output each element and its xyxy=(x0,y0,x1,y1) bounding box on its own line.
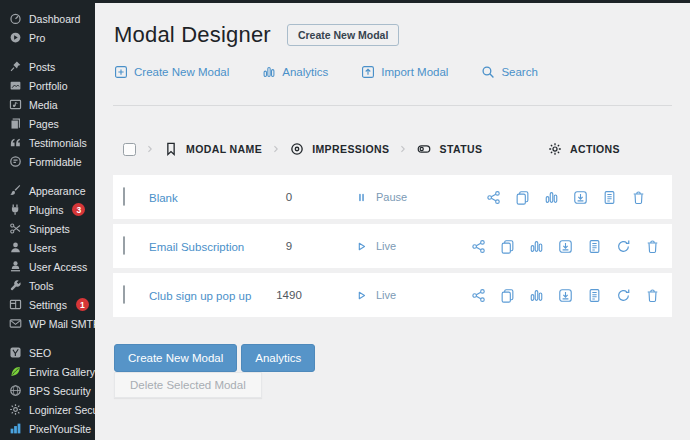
share-icon[interactable] xyxy=(471,288,486,303)
impressions-value: 1490 xyxy=(249,289,329,301)
column-header-status[interactable]: STATUS xyxy=(439,143,482,155)
analytics-footer-button[interactable]: Analytics xyxy=(241,344,315,372)
settings-icon xyxy=(9,298,22,311)
sidebar-item-users[interactable]: Users xyxy=(0,238,95,257)
toolbar: Create New ModalAnalyticsImport ModalSea… xyxy=(113,65,672,79)
refresh-icon[interactable] xyxy=(616,239,631,254)
sidebar-item-wp-mail-smtp[interactable]: WP Mail SMTP xyxy=(0,314,95,333)
share-icon[interactable] xyxy=(486,190,501,205)
sidebar-item-label: Settings xyxy=(29,299,67,311)
duplicate-icon[interactable] xyxy=(515,190,530,205)
update-count-badge: 3 xyxy=(72,203,85,216)
sidebar-item-portfolio[interactable]: Portfolio xyxy=(0,76,95,95)
status-toggle[interactable]: Pause xyxy=(329,191,459,204)
analytics-icon[interactable] xyxy=(529,288,544,303)
trash-icon[interactable] xyxy=(631,190,646,205)
toolbar-analytics-link[interactable]: Analytics xyxy=(262,65,328,79)
play-icon xyxy=(355,289,368,302)
row-checkbox[interactable] xyxy=(123,285,125,304)
toolbar-create-new-modal-link[interactable]: Create New Modal xyxy=(114,65,229,79)
sidebar-item-settings[interactable]: Settings1 xyxy=(0,295,95,314)
divider xyxy=(113,105,672,106)
sidebar-item-appearance[interactable]: Appearance xyxy=(0,181,95,200)
gear-icon xyxy=(548,142,562,156)
table-body: Blank0PauseEmail Subscription9LiveClub s… xyxy=(113,175,672,317)
create-new-modal-footer-button[interactable]: Create New Modal xyxy=(114,344,237,372)
chevron-right-icon xyxy=(398,144,408,154)
document-icon[interactable] xyxy=(587,288,602,303)
status-toggle[interactable]: Live xyxy=(329,289,459,302)
plug-icon xyxy=(9,203,22,216)
row-actions xyxy=(459,190,672,205)
modal-name-link[interactable]: Email Subscription xyxy=(149,241,244,253)
sidebar-item-formidable[interactable]: Formidable xyxy=(0,152,95,171)
document-icon[interactable] xyxy=(602,190,617,205)
sidebar-item-label: SEO xyxy=(29,347,51,359)
column-header-modal-name[interactable]: MODAL NAME xyxy=(186,143,262,155)
sidebar-item-label: Loginizer Security xyxy=(29,404,95,416)
status-toggle[interactable]: Live xyxy=(329,240,459,253)
row-checkbox[interactable] xyxy=(123,187,125,206)
seo-icon xyxy=(9,346,22,359)
duplicate-icon[interactable] xyxy=(500,239,515,254)
select-all-checkbox[interactable] xyxy=(123,143,136,156)
table-header-row: MODAL NAME IMPRESSIONS STATUS ACTIONS xyxy=(113,136,672,162)
column-header-impressions[interactable]: IMPRESSIONS xyxy=(312,143,389,155)
footer-actions: Create New Modal Analytics Delete Select… xyxy=(113,344,672,398)
media-icon xyxy=(9,98,22,111)
sidebar-item-label: Posts xyxy=(29,61,55,73)
wrench-icon xyxy=(9,279,22,292)
download-icon[interactable] xyxy=(558,239,573,254)
import-icon xyxy=(361,65,375,79)
download-icon[interactable] xyxy=(558,288,573,303)
sidebar-item-label: Testimonials xyxy=(29,137,87,149)
table-row: Club sign up pop up1490Live xyxy=(113,273,672,317)
sidebar-item-testimonials[interactable]: Testimonials xyxy=(0,133,95,152)
sidebar-item-snippets[interactable]: Snippets xyxy=(0,219,95,238)
sidebar-item-label: WP Mail SMTP xyxy=(29,318,95,330)
user-access-icon xyxy=(9,260,22,273)
sidebar-item-media[interactable]: Media xyxy=(0,95,95,114)
toolbar-search-link[interactable]: Search xyxy=(481,65,537,79)
pin-icon xyxy=(9,60,22,73)
status-label: Live xyxy=(376,289,396,301)
modal-name-link[interactable]: Blank xyxy=(149,192,178,204)
delete-selected-modal-button[interactable]: Delete Selected Modal xyxy=(114,372,262,398)
sidebar-item-plugins[interactable]: Plugins3 xyxy=(0,200,95,219)
refresh-icon[interactable] xyxy=(616,288,631,303)
analytics-icon[interactable] xyxy=(529,239,544,254)
sidebar-item-pro[interactable]: Pro xyxy=(0,28,95,47)
sidebar-item-loginizer-security[interactable]: Loginizer Security xyxy=(0,400,95,419)
toolbar-link-label: Search xyxy=(501,66,537,78)
trash-icon[interactable] xyxy=(645,239,660,254)
main-content: Modal Designer Create New Modal Create N… xyxy=(95,0,690,440)
sidebar-item-envira-gallery[interactable]: Envira Gallery xyxy=(0,362,95,381)
sidebar-item-user-access[interactable]: User Access xyxy=(0,257,95,276)
share-icon[interactable] xyxy=(471,239,486,254)
sidebar-item-posts[interactable]: Posts xyxy=(0,57,95,76)
status-label: Live xyxy=(376,240,396,252)
sidebar-item-pages[interactable]: Pages xyxy=(0,114,95,133)
modal-name-link[interactable]: Club sign up pop up xyxy=(149,290,251,302)
create-new-modal-button[interactable]: Create New Modal xyxy=(287,24,399,46)
sidebar-item-label: Envira Gallery xyxy=(29,366,95,378)
row-checkbox[interactable] xyxy=(123,236,125,255)
sidebar-item-label: Pages xyxy=(29,118,59,130)
impressions-value: 0 xyxy=(249,191,329,203)
column-header-actions: ACTIONS xyxy=(570,143,620,155)
trash-icon[interactable] xyxy=(645,288,660,303)
bar-chart-icon xyxy=(262,65,276,79)
sidebar-item-label: Snippets xyxy=(29,223,70,235)
toolbar-import-modal-link[interactable]: Import Modal xyxy=(361,65,448,79)
sidebar-item-tools[interactable]: Tools xyxy=(0,276,95,295)
sidebar-item-dashboard[interactable]: Dashboard xyxy=(0,9,95,28)
sidebar-item-seo[interactable]: SEO xyxy=(0,343,95,362)
sidebar-item-pixelyoursite[interactable]: PixelYourSite xyxy=(0,419,95,438)
download-icon[interactable] xyxy=(573,190,588,205)
document-icon[interactable] xyxy=(587,239,602,254)
analytics-icon[interactable] xyxy=(544,190,559,205)
scissors-icon xyxy=(9,222,22,235)
sidebar-item-bps-security[interactable]: BPS Security xyxy=(0,381,95,400)
duplicate-icon[interactable] xyxy=(500,288,515,303)
sidebar-item-label: PixelYourSite xyxy=(29,423,91,435)
